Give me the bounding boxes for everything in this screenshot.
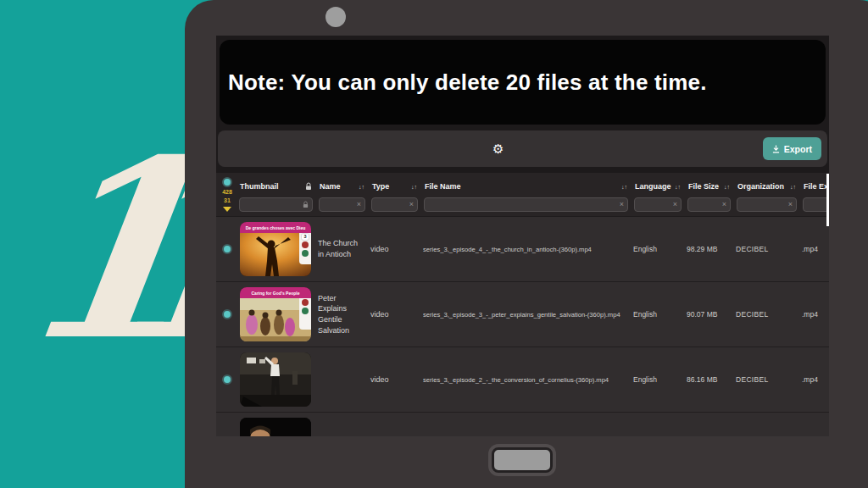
column-label-file-size: File Size (688, 182, 719, 191)
note-banner: Note: You can only delete 20 files at th… (220, 40, 826, 125)
sort-icon[interactable]: ↓↑ (411, 184, 417, 190)
selection-expand-icon[interactable] (223, 207, 231, 212)
file-ext-cell: .mp4 (802, 375, 829, 384)
file-ext-cell: .mp4 (802, 310, 829, 319)
row-checkbox[interactable] (222, 374, 232, 385)
column-header-organization[interactable]: Organization ↓↑ (736, 173, 802, 194)
file-organization-cell: DECIBEL (736, 375, 802, 384)
sort-icon[interactable]: ↓↑ (675, 184, 681, 190)
column-label-thumbnail: Thumbnail (240, 182, 279, 191)
file-ext-cell: .mp4 (802, 245, 829, 253)
column-label-type: Type (372, 182, 389, 191)
file-filename-cell: series_3,_episode_2_-_the_conversion_of_… (423, 376, 633, 384)
file-language-cell: English (633, 245, 687, 253)
column-label-file-ext: File Ex (804, 182, 828, 191)
row-checkbox[interactable] (222, 244, 232, 254)
filter-input-name[interactable]: × (319, 197, 365, 212)
slide-background: 11 Note: You can only delete 20 files at… (0, 0, 868, 488)
select-all-checkbox[interactable] (222, 177, 232, 187)
thumbnail-title: De grandes choses avec Dieu (240, 222, 311, 233)
clear-filter-icon[interactable]: × (357, 201, 361, 208)
tablet-camera (326, 7, 346, 27)
thumbnail-overlay-panel (299, 298, 311, 330)
toolbar: ⚙ Export (218, 130, 827, 167)
column-header-file-name[interactable]: File Name ↓↑ (423, 173, 633, 194)
selected-count: 428 (222, 188, 232, 196)
video-thumbnail[interactable] (240, 418, 311, 436)
thumbnail-art-portrait (240, 418, 311, 436)
row-checkbox[interactable] (222, 309, 232, 319)
app-screen: Note: You can only delete 20 files at th… (216, 36, 829, 436)
filter-input-file-name[interactable]: × (424, 197, 628, 212)
red-logo-icon (302, 241, 309, 248)
file-size-cell: 98.29 MB (687, 245, 736, 253)
file-name-cell: The Church in Antioch (318, 238, 370, 259)
video-thumbnail[interactable] (240, 352, 311, 407)
table-scrollbar[interactable] (826, 174, 829, 226)
video-thumbnail[interactable]: De grandes choses avec Dieu (240, 222, 311, 276)
file-type-cell: video (370, 375, 423, 384)
download-icon (772, 145, 780, 153)
column-label-language: Language (635, 182, 671, 191)
thumbnail-art-stage-presenter (240, 352, 311, 407)
column-header-file-ext[interactable]: File Ex (802, 173, 829, 194)
thumbnail-title: Caring for God's People (240, 287, 311, 298)
note-banner-text: Note: You can only delete 20 files at th… (228, 69, 707, 96)
table-row: De grandes choses avec Dieu (216, 217, 829, 282)
file-filename-cell: series_3,_episode_4_-_the_church_in_anti… (423, 246, 633, 253)
selected-count-secondary: 31 (224, 197, 231, 204)
column-label-name: Name (320, 182, 341, 191)
file-organization-cell: DECIBEL (736, 310, 802, 319)
file-organization-cell: DECIBEL (736, 245, 802, 253)
green-logo-icon (302, 250, 309, 257)
selection-header: 428 31 (216, 173, 238, 216)
sort-icon[interactable]: ↓↑ (724, 184, 730, 190)
red-logo-icon (302, 299, 309, 306)
clear-filter-icon[interactable]: × (620, 201, 624, 208)
file-language-cell: English (633, 310, 687, 319)
settings-gear-icon[interactable]: ⚙ (492, 141, 504, 157)
file-table: 428 31 Thumbnail (216, 173, 829, 436)
tablet-home-button-face (492, 447, 553, 473)
lock-icon (303, 201, 309, 208)
column-label-organization: Organization (737, 182, 784, 191)
table-row: Caring for God's People (216, 282, 829, 347)
table-row: video series_3,_episode_2_-_the_conversi… (216, 347, 829, 413)
tablet-home-button (488, 444, 556, 476)
file-type-cell: video (370, 245, 423, 253)
file-size-cell: 86.16 MB (687, 375, 736, 384)
thumbnail-overlay-panel: 3 (299, 233, 311, 264)
file-size-cell: 90.07 MB (687, 310, 736, 319)
filter-input-file-size[interactable]: × (687, 197, 731, 212)
filter-input-type[interactable]: × (371, 197, 418, 212)
clear-filter-icon[interactable]: × (673, 201, 677, 208)
column-header-language[interactable]: Language ↓↑ (633, 173, 687, 194)
export-button-label: Export (784, 144, 812, 154)
clear-filter-icon[interactable]: × (788, 201, 793, 208)
file-filename-cell: series_3,_episode_3_-_peter_explains_gen… (423, 311, 633, 319)
file-language-cell: English (633, 375, 687, 384)
clear-filter-icon[interactable]: × (722, 201, 726, 208)
green-logo-icon (302, 308, 309, 314)
file-type-cell: video (370, 310, 423, 319)
sort-icon[interactable]: ↓↑ (790, 184, 796, 190)
column-label-file-name: File Name (425, 182, 461, 191)
column-header-file-size[interactable]: File Size ↓↑ (687, 173, 736, 194)
file-name-cell: Peter Explains Gentile Salvation (318, 293, 370, 336)
export-button[interactable]: Export (763, 137, 821, 160)
sort-icon[interactable]: ↓↑ (359, 184, 364, 190)
column-header-name[interactable]: Name ↓↑ (318, 173, 370, 194)
filter-input-thumbnail[interactable] (239, 197, 313, 212)
filter-input-file-ext[interactable] (803, 197, 829, 212)
column-header-type[interactable]: Type ↓↑ (370, 173, 423, 194)
thumbnail-badge: 3 (302, 234, 308, 240)
table-header: 428 31 Thumbnail (216, 173, 829, 217)
sort-icon[interactable]: ↓↑ (621, 184, 627, 190)
clear-filter-icon[interactable]: × (409, 201, 414, 208)
lock-icon (305, 182, 312, 191)
filter-input-language[interactable]: × (634, 197, 682, 212)
column-header-thumbnail[interactable]: Thumbnail (238, 173, 318, 194)
table-row (216, 413, 829, 436)
filter-input-organization[interactable]: × (737, 197, 797, 212)
video-thumbnail[interactable]: Caring for God's People (240, 287, 311, 341)
